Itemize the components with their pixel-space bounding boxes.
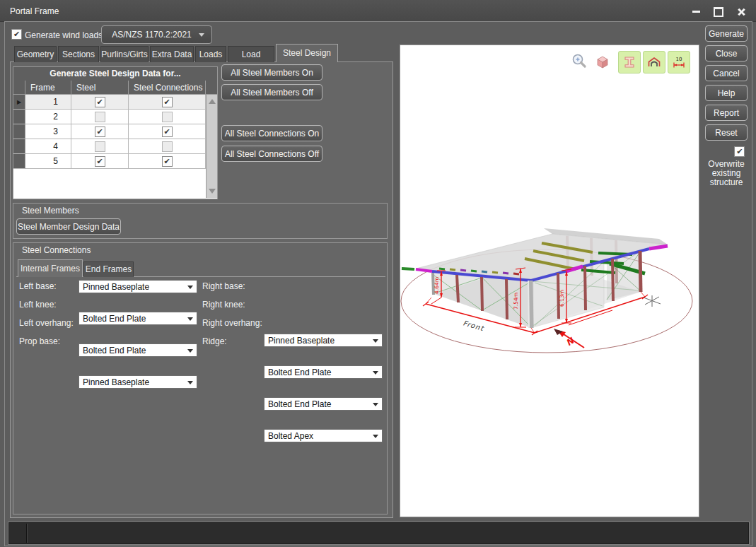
left-overhang-value: Bolted End Plate (83, 346, 146, 355)
all-steel-members-on-button[interactable]: All Steel Members On (221, 64, 322, 81)
chevron-down-icon (199, 33, 204, 37)
all-steel-connections-off-button[interactable]: All Steel Connections Off (221, 146, 322, 162)
report-button[interactable]: Report (705, 105, 748, 121)
steel-connections-group-title: Steel Connections (22, 245, 91, 255)
ridge-label: Ridge: (202, 335, 227, 348)
tab-purlins-girts[interactable]: Purlins/Girts (100, 46, 149, 62)
steel-member-design-data-button[interactable]: Steel Member Design Data (16, 218, 121, 235)
tab-sections[interactable]: Sections (58, 46, 99, 62)
row-selector-cell[interactable] (13, 154, 25, 169)
steel-connections-checkbox[interactable] (162, 156, 173, 167)
chevron-down-icon (187, 349, 193, 353)
structure-3d-view: 4.64m 7.54m 6.13m Front N (400, 45, 699, 517)
tab-loads[interactable]: Loads (195, 46, 226, 62)
steel-members-group-title: Steel Members (22, 206, 79, 216)
header-selector-column (13, 81, 25, 95)
dropdown-left-base[interactable]: Pinned Baseplate (78, 280, 197, 293)
steel-connections-checkbox[interactable] (162, 127, 173, 137)
tab-end-frames[interactable]: End Frames (83, 261, 134, 277)
dropdown-left-overhang[interactable]: Bolted End Plate (78, 343, 197, 357)
row-selector-cell[interactable] (13, 124, 25, 139)
scroll-down-icon[interactable] (209, 189, 216, 194)
steel-members-checkbox[interactable] (95, 141, 105, 152)
front-face-label: Front (462, 319, 485, 332)
close-icon (737, 8, 745, 16)
steel-connections-checkbox[interactable] (162, 141, 173, 152)
close-button[interactable]: Close (705, 45, 748, 61)
main-tab-strip: Geometry Sections Purlins/Girts Extra Da… (14, 45, 339, 62)
connections-cell (129, 95, 206, 110)
titlebar-maximize-button[interactable] (710, 6, 727, 18)
left-overhang-label: Left overhang: (19, 317, 74, 330)
cancel-button[interactable]: Cancel (705, 65, 748, 81)
chevron-down-icon (373, 371, 378, 375)
dropdown-right-knee[interactable]: Bolted End Plate (264, 365, 383, 379)
tab-steel-design[interactable]: Steel Design (276, 44, 338, 62)
table-row[interactable]: 3 (13, 124, 206, 139)
connections-cell (129, 139, 206, 154)
connections-cell (129, 110, 206, 124)
left-knee-label: Left knee: (19, 298, 57, 312)
steel-members-checkbox[interactable] (95, 127, 105, 137)
prop-base-label: Prop base: (19, 335, 60, 348)
model-viewport[interactable]: 10 (400, 45, 699, 517)
right-base-label: Right base: (202, 280, 245, 293)
reset-button[interactable]: Reset (705, 124, 748, 141)
tab-internal-frames[interactable]: Internal Frames (18, 259, 83, 277)
titlebar-close-button[interactable] (733, 6, 750, 18)
tab-extra-data[interactable]: Extra Data (150, 46, 194, 62)
titlebar[interactable]: Portal Frame (0, 0, 756, 22)
portal-frame-window: { "window": { "title": "Portal Frame" },… (0, 0, 756, 547)
steel-members-checkbox[interactable] (95, 97, 105, 107)
header-frame-column: Frame (25, 81, 71, 95)
right-overhang-value: Bolted End Plate (268, 399, 331, 409)
help-button[interactable]: Help (705, 85, 748, 101)
dropdown-left-knee[interactable]: Bolted End Plate (78, 312, 197, 325)
frame-cell: 3 (25, 124, 71, 139)
internal-frames-panel (16, 276, 385, 513)
dropdown-ridge[interactable]: Bolted Apex (264, 429, 383, 442)
titlebar-minimize-button[interactable] (687, 6, 704, 18)
minimize-icon (692, 11, 700, 13)
dropdown-right-base[interactable]: Pinned Baseplate (264, 334, 383, 347)
scroll-up-icon[interactable] (209, 99, 216, 104)
dropdown-right-overhang[interactable]: Bolted End Plate (264, 397, 383, 411)
dim-left-height-label: 4.64m (434, 277, 440, 294)
steel-connections-checkbox[interactable] (162, 112, 173, 122)
wind-standard-value: AS/NZS 1170.2:2021 (112, 30, 192, 40)
header-scrollbar-stub (206, 81, 217, 95)
table-row[interactable]: 1 (13, 95, 206, 110)
row-selector-cell[interactable] (13, 110, 25, 124)
maximize-icon (714, 7, 723, 17)
steel-members-checkbox[interactable] (95, 156, 105, 167)
tab-load-cases[interactable]: Load Cases (228, 46, 274, 62)
generate-button[interactable]: Generate (705, 25, 748, 42)
all-steel-members-off-button[interactable]: All Steel Members Off (221, 84, 322, 100)
chevron-down-icon (373, 339, 378, 343)
table-scrollbar[interactable] (206, 95, 217, 198)
row-selector-cell[interactable] (13, 95, 25, 110)
chevron-down-icon (373, 435, 378, 438)
table-row[interactable]: 4 (13, 139, 206, 154)
row-selector-cell[interactable] (13, 139, 25, 154)
dim-right-height-label: 6.13m (559, 290, 565, 307)
members-cell (71, 154, 129, 169)
connections-cell (129, 124, 206, 139)
table-row[interactable]: 5 (13, 154, 206, 169)
header-steel-members-column: Steel Members (71, 81, 129, 95)
steel-connections-checkbox[interactable] (162, 97, 173, 107)
window-title: Portal Frame (10, 6, 59, 16)
table-row[interactable]: 2 (13, 110, 206, 124)
frame-cell: 4 (25, 139, 71, 154)
steel-members-checkbox[interactable] (95, 112, 105, 122)
design-table: Generate Steel Design Data for... Frame … (13, 66, 218, 199)
right-knee-label: Right knee: (202, 298, 245, 312)
overwrite-existing-checkbox[interactable] (734, 146, 745, 157)
members-cell (71, 110, 129, 124)
dropdown-prop-base[interactable]: Pinned Baseplate (78, 375, 197, 389)
status-bar-divider (26, 524, 28, 543)
generate-wind-loads-checkbox[interactable] (11, 29, 22, 40)
tab-geometry[interactable]: Geometry (14, 46, 57, 62)
wind-standard-dropdown[interactable]: AS/NZS 1170.2:2021 (101, 25, 212, 44)
all-steel-connections-on-button[interactable]: All Steel Connections On (221, 125, 322, 141)
